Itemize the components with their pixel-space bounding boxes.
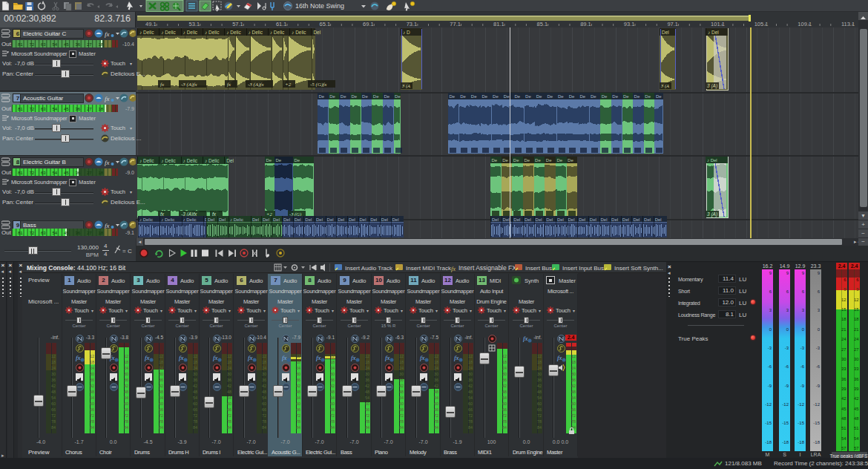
svg-text:101.1: 101.1 bbox=[711, 21, 725, 27]
svg-text:63: 63 bbox=[41, 42, 46, 47]
svg-text:De: De bbox=[514, 94, 520, 99]
svg-text:97.1: 97.1 bbox=[667, 21, 678, 27]
svg-text:45: 45 bbox=[841, 407, 846, 411]
svg-text:72: 72 bbox=[30, 107, 35, 111]
svg-text:-9: -9 bbox=[816, 384, 821, 388]
svg-text:-3 (A)fx: -3 (A)fx bbox=[181, 82, 197, 88]
svg-text:36: 36 bbox=[76, 231, 81, 235]
svg-text:33: 33 bbox=[854, 367, 858, 371]
svg-text:♪ Delic: ♪ Delic bbox=[230, 217, 243, 222]
svg-text:Del: Del bbox=[349, 217, 355, 222]
svg-text:De: De bbox=[384, 94, 389, 99]
svg-text:109.1: 109.1 bbox=[798, 21, 812, 27]
svg-text:♪ Delic: ♪ Delic bbox=[205, 30, 220, 35]
svg-text:54: 54 bbox=[53, 231, 58, 235]
svg-text:-18: -18 bbox=[798, 440, 804, 445]
svg-text:42: 42 bbox=[854, 396, 858, 401]
svg-text:♪ Delic: ♪ Delic bbox=[226, 30, 241, 35]
svg-text:De: De bbox=[535, 158, 541, 163]
svg-text:36: 36 bbox=[76, 107, 81, 111]
svg-text:57: 57 bbox=[854, 446, 858, 450]
svg-text:Del: Del bbox=[226, 158, 234, 163]
svg-text:2.4: 2.4 bbox=[838, 263, 846, 269]
svg-text:93.1: 93.1 bbox=[624, 21, 635, 27]
svg-text:De: De bbox=[295, 158, 300, 163]
svg-text:♪ Delic: ♪ Delic bbox=[161, 217, 174, 222]
svg-text:De: De bbox=[591, 94, 596, 99]
svg-text:33: 33 bbox=[841, 367, 846, 371]
svg-text:Del: Del bbox=[590, 217, 596, 222]
svg-text:♪ Delic: ♪ Delic bbox=[161, 158, 176, 163]
svg-text:-6: -6 bbox=[768, 364, 772, 369]
svg-text:Del: Del bbox=[525, 217, 531, 222]
svg-text:45: 45 bbox=[64, 231, 69, 235]
svg-text:-12: -12 bbox=[813, 402, 820, 407]
svg-text:-3: -3 bbox=[785, 346, 789, 350]
svg-text:Del: Del bbox=[601, 217, 608, 222]
svg-text:18: 18 bbox=[99, 171, 104, 175]
svg-text:27: 27 bbox=[854, 347, 858, 352]
svg-text:27: 27 bbox=[87, 231, 92, 235]
svg-text:De: De bbox=[556, 158, 562, 163]
svg-text:Del: Del bbox=[579, 217, 585, 222]
svg-text:Insert Audio Track: Insert Audio Track bbox=[345, 265, 393, 272]
svg-text:39: 39 bbox=[854, 387, 858, 391]
svg-text:LRA: LRA bbox=[811, 452, 821, 457]
svg-text:-6: -6 bbox=[785, 364, 789, 369]
svg-text:♪ Del: ♪ Del bbox=[707, 158, 717, 163]
svg-text:57: 57 bbox=[841, 446, 846, 450]
svg-text:77.1: 77.1 bbox=[450, 21, 461, 27]
svg-text:65.1: 65.1 bbox=[320, 21, 331, 27]
svg-text:De: De bbox=[276, 158, 282, 163]
svg-text:-6: -6 bbox=[800, 364, 805, 369]
svg-text:30: 30 bbox=[841, 357, 846, 361]
svg-text:3 (A: 3 (A bbox=[401, 83, 410, 89]
svg-text:73.1: 73.1 bbox=[407, 21, 418, 27]
svg-text:Insert Soft Synth...: Insert Soft Synth... bbox=[614, 265, 663, 272]
svg-text:Del: Del bbox=[263, 217, 269, 222]
svg-text:18: 18 bbox=[854, 317, 858, 321]
svg-text:18: 18 bbox=[99, 42, 104, 47]
svg-text:81: 81 bbox=[18, 107, 23, 111]
svg-text:89.1: 89.1 bbox=[580, 21, 591, 27]
svg-text:36: 36 bbox=[76, 42, 81, 47]
svg-text:63: 63 bbox=[41, 231, 46, 235]
svg-text:fx: fx bbox=[160, 82, 165, 88]
svg-text:39: 39 bbox=[841, 387, 846, 391]
svg-text:81: 81 bbox=[18, 231, 23, 235]
svg-text:48: 48 bbox=[841, 416, 846, 421]
svg-text:16th Note Swing: 16th Note Swing bbox=[295, 2, 344, 10]
svg-text:De: De bbox=[525, 94, 531, 99]
svg-text:-15: -15 bbox=[798, 421, 804, 425]
svg-text:Del: Del bbox=[536, 217, 542, 222]
svg-text:De: De bbox=[547, 94, 553, 99]
svg-text:♪ Delic: ♪ Delic bbox=[139, 217, 153, 222]
svg-text:-6: -6 bbox=[816, 364, 821, 369]
svg-text:♪ Delic: ♪ Delic bbox=[249, 30, 263, 35]
svg-text:De: De bbox=[546, 158, 552, 163]
svg-text:27: 27 bbox=[841, 347, 846, 352]
svg-text:De: De bbox=[536, 94, 542, 99]
svg-text:27: 27 bbox=[87, 171, 92, 175]
svg-text:Del: Del bbox=[219, 217, 226, 222]
svg-text:Del: Del bbox=[662, 30, 669, 35]
svg-text:42: 42 bbox=[841, 396, 846, 401]
svg-text:14.9: 14.9 bbox=[780, 263, 790, 269]
svg-text:♪ Delic: ♪ Delic bbox=[161, 30, 176, 35]
svg-text:-3 (A)fx: -3 (A)fx bbox=[248, 82, 264, 88]
svg-text:Del: Del bbox=[655, 217, 662, 222]
svg-text:12: 12 bbox=[854, 298, 858, 302]
svg-text:fx: fx bbox=[105, 222, 110, 229]
svg-text:6: 6 bbox=[844, 278, 846, 282]
svg-text:Del: Del bbox=[360, 217, 366, 222]
svg-text:De: De bbox=[373, 94, 379, 99]
svg-text:18: 18 bbox=[99, 231, 104, 235]
svg-text:81: 81 bbox=[18, 42, 23, 47]
svg-text:Del: Del bbox=[295, 217, 301, 222]
svg-text:12.9: 12.9 bbox=[795, 263, 806, 269]
svg-text:45: 45 bbox=[64, 107, 69, 111]
svg-text:3 (A): 3 (A) bbox=[707, 211, 717, 217]
svg-text:-5 (G)fx: -5 (G)fx bbox=[310, 82, 327, 88]
svg-text:♪ Delic: ♪ Delic bbox=[139, 30, 154, 35]
svg-text:3 (A: 3 (A bbox=[660, 83, 669, 89]
